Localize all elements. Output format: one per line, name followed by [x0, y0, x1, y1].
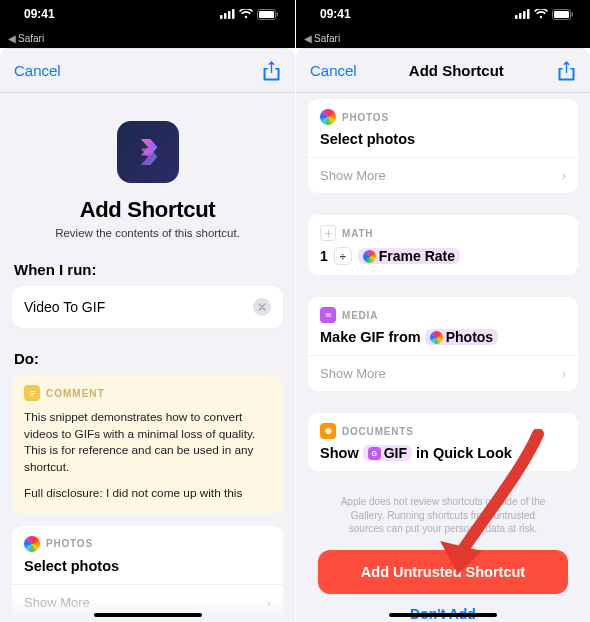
nav-bar: Cancel	[0, 49, 295, 93]
home-indicator[interactable]	[94, 613, 202, 617]
media-action-title: Make GIF from Photos	[320, 329, 566, 345]
sheet: Cancel Add Shortcut PHOTOS Select photos…	[296, 48, 590, 622]
photos-category: PHOTOS	[342, 112, 389, 123]
page-subtitle: Review the contents of this shortcut.	[12, 227, 283, 239]
svg-rect-16	[554, 11, 569, 18]
svg-rect-20	[325, 315, 331, 316]
status-indicators	[515, 9, 574, 20]
show-more-button[interactable]: Show More ›	[308, 157, 578, 193]
photos-variable[interactable]: Photos	[425, 329, 498, 345]
photos-icon	[320, 109, 336, 125]
back-app-label: Safari	[314, 33, 340, 44]
shortcuts-app-icon	[117, 121, 179, 183]
svg-rect-17	[572, 12, 574, 16]
back-app-label: Safari	[18, 33, 44, 44]
documents-action-title: Show GGIF in Quick Look	[320, 445, 566, 461]
footer-note: Apple does not review shortcuts outside …	[308, 495, 578, 536]
phone-right: 09:41 ◀ Safari Cancel Add Shortcut PHOTO…	[295, 0, 590, 622]
cellular-icon	[515, 9, 530, 19]
chevron-right-icon: ›	[562, 366, 566, 381]
comment-category: COMMENT	[46, 388, 105, 399]
comment-text: This snippet demonstrates how to convert…	[24, 409, 271, 502]
cancel-button[interactable]: Cancel	[14, 62, 61, 79]
photos-action: PHOTOS Select photos Show More ›	[12, 526, 283, 620]
documents-icon	[320, 423, 336, 439]
svg-rect-2	[228, 11, 231, 19]
comment-action: COMMENT This snippet demonstrates how to…	[12, 375, 283, 514]
page-title: Add Shortcut	[12, 197, 283, 223]
add-untrusted-button[interactable]: Add Untrusted Shortcut	[318, 550, 568, 594]
documents-category: DOCUMENTS	[342, 426, 414, 437]
svg-rect-14	[527, 9, 530, 19]
breadcrumb[interactable]: ◀ Safari	[0, 28, 295, 48]
nav-title: Add Shortcut	[357, 62, 556, 79]
cancel-button[interactable]: Cancel	[310, 62, 357, 79]
phone-left: 09:41 ◀ Safari Cancel Add Shortcut Revie…	[0, 0, 295, 622]
svg-rect-1	[224, 13, 227, 19]
show-more-button[interactable]: Show More ›	[308, 355, 578, 391]
svg-rect-3	[232, 9, 235, 19]
clear-button[interactable]	[253, 298, 271, 316]
battery-icon	[552, 9, 574, 20]
battery-icon	[257, 9, 279, 20]
photos-action: PHOTOS Select photos Show More ›	[308, 99, 578, 193]
sheet: Cancel Add Shortcut Review the contents …	[0, 48, 295, 622]
svg-rect-19	[325, 313, 331, 314]
svg-rect-8	[29, 391, 35, 392]
chevron-left-icon: ◀	[8, 33, 16, 44]
status-bar: 09:41	[0, 0, 295, 28]
media-category: MEDIA	[342, 310, 378, 321]
media-action: MEDIA Make GIF from Photos Show More ›	[308, 297, 578, 391]
svg-rect-6	[277, 12, 279, 16]
status-bar: 09:41	[296, 0, 590, 28]
wifi-icon	[534, 9, 548, 19]
do-label: Do:	[14, 350, 281, 367]
dont-add-button[interactable]: Don't Add	[308, 594, 578, 623]
home-indicator[interactable]	[389, 613, 497, 617]
svg-rect-13	[523, 11, 526, 19]
chevron-right-icon: ›	[267, 595, 271, 610]
photos-action-title: Select photos	[24, 558, 271, 574]
content-right: PHOTOS Select photos Show More › MATH 1	[296, 93, 590, 622]
divide-operator[interactable]: ÷	[334, 247, 352, 265]
svg-rect-12	[519, 13, 522, 19]
chevron-left-icon: ◀	[304, 33, 312, 44]
svg-rect-9	[29, 393, 35, 394]
math-expression: 1 ÷ Frame Rate	[320, 247, 566, 265]
share-button[interactable]	[261, 60, 281, 82]
share-button[interactable]	[556, 60, 576, 82]
status-time: 09:41	[320, 7, 351, 21]
svg-rect-11	[515, 15, 518, 19]
photos-action-title: Select photos	[320, 131, 566, 147]
cellular-icon	[220, 9, 235, 19]
media-icon	[320, 307, 336, 323]
frame-rate-variable[interactable]: Frame Rate	[358, 248, 460, 264]
breadcrumb[interactable]: ◀ Safari	[296, 28, 590, 48]
photos-category: PHOTOS	[46, 538, 93, 549]
nav-bar: Cancel Add Shortcut	[296, 49, 590, 93]
documents-action: DOCUMENTS Show GGIF in Quick Look	[308, 413, 578, 471]
math-action: MATH 1 ÷ Frame Rate	[308, 215, 578, 275]
svg-rect-0	[220, 15, 223, 19]
svg-rect-10	[29, 395, 33, 396]
shortcut-name-value: Video To GIF	[24, 299, 253, 315]
status-time: 09:41	[24, 7, 55, 21]
shortcut-name-field[interactable]: Video To GIF	[12, 286, 283, 328]
chevron-right-icon: ›	[562, 168, 566, 183]
svg-rect-5	[259, 11, 274, 18]
wifi-icon	[239, 9, 253, 19]
math-icon	[320, 225, 336, 241]
status-indicators	[220, 9, 279, 20]
comment-icon	[24, 385, 40, 401]
when-label: When I run:	[14, 261, 281, 278]
photos-icon	[24, 536, 40, 552]
content-left: Add Shortcut Review the contents of this…	[0, 93, 295, 622]
math-category: MATH	[342, 228, 373, 239]
gif-variable[interactable]: GGIF	[363, 445, 412, 461]
